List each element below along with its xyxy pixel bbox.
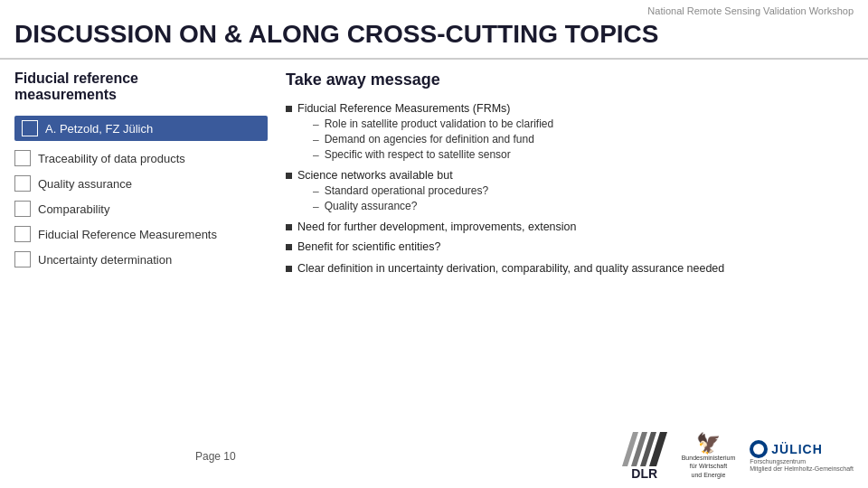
bullet-square-icon xyxy=(286,244,292,250)
sub-bullet-text: Demand on agencies for definition and fu… xyxy=(325,133,534,145)
section-title: Fiducial referencemeasurements xyxy=(14,70,268,103)
ministry-logo: 🦅 Bundesministerium für Wirtschaft und E… xyxy=(682,434,736,478)
nav-checkbox xyxy=(14,251,31,267)
juelich-subtitle1: Forschungszentrum xyxy=(750,458,806,465)
footer: Page 10 DLR 🦅 Bundesministerium für Wirt… xyxy=(0,432,868,481)
nav-label: Uncertainty determination xyxy=(38,253,172,267)
nav-checkbox xyxy=(14,150,31,166)
bullet-section-definition: Clear definition in uncertainty derivati… xyxy=(286,262,854,275)
ministry-text-line3: und Energie xyxy=(692,471,726,479)
nav-item-frm[interactable]: Fiducial Reference Measurements xyxy=(14,226,268,242)
nav-label: Traceability of data products xyxy=(38,152,185,165)
bullet-main: Science networks available but xyxy=(286,169,854,182)
sub-bullet-item: – Role in satellite product validation t… xyxy=(313,117,854,131)
bullet-square-icon xyxy=(286,106,292,112)
dlr-svg-icon xyxy=(622,432,667,466)
nav-item-uncertainty[interactable]: Uncertainty determination xyxy=(14,251,268,267)
bullet-section-frm: Fiducial Reference Measurements (FRMs) –… xyxy=(286,102,854,162)
bullet-text: Need for further development, improvemen… xyxy=(297,221,577,233)
bullet-main: Benefit for scientific entities? xyxy=(286,240,854,253)
bullet-main: Fiducial Reference Measurements (FRMs) xyxy=(286,102,854,115)
bullet-square-icon xyxy=(286,173,292,179)
nav-item-traceability[interactable]: Traceability of data products xyxy=(14,150,268,166)
juelich-inner-icon xyxy=(753,444,764,455)
sub-bullets: – Role in satellite product validation t… xyxy=(286,117,854,162)
sub-bullet-text: Standard operational procedures? xyxy=(325,184,488,197)
nav-checkbox xyxy=(14,226,31,242)
workshop-title: National Remote Sensing Validation Works… xyxy=(0,0,868,18)
bullet-text: Clear definition in uncertainty derivati… xyxy=(297,262,724,275)
bullet-section-benefit: Benefit for scientific entities? xyxy=(286,240,854,253)
bullet-section-science: Science networks available but – Standar… xyxy=(286,169,854,213)
nav-label: A. Petzold, FZ Jülich xyxy=(45,122,153,136)
nav-label: Fiducial Reference Measurements xyxy=(38,228,217,241)
dash-icon: – xyxy=(313,134,319,146)
juelich-top: JÜLICH xyxy=(750,440,823,458)
dash-icon: – xyxy=(313,185,319,198)
left-panel: Fiducial referencemeasurements A. Petzol… xyxy=(14,70,268,282)
eagle-icon: 🦅 xyxy=(696,434,721,454)
nav-label: Quality assurance xyxy=(38,177,132,191)
juelich-subtitle2: Mitglied der Helmholtz-Gemeinschaft xyxy=(750,465,854,473)
sub-bullet-text: Specific with respect to satellite senso… xyxy=(325,148,511,161)
page-title: DISCUSSION ON & ALONG CROSS-CUTTING TOPI… xyxy=(0,18,868,60)
nav-item-petzold[interactable]: A. Petzold, FZ Jülich xyxy=(14,116,268,141)
bullet-square-icon xyxy=(286,224,292,230)
dash-icon: – xyxy=(313,149,319,162)
sub-bullet-item: – Specific with respect to satellite sen… xyxy=(313,148,854,162)
sub-bullet-item: – Quality assurance? xyxy=(313,200,854,213)
bullet-text: Benefit for scientific entities? xyxy=(297,240,440,253)
ministry-text-line1: Bundesministerium xyxy=(682,454,736,462)
sub-bullet-text: Role in satellite product validation to … xyxy=(325,117,553,130)
nav-item-comparability[interactable]: Comparability xyxy=(14,201,268,217)
nav-label: Comparability xyxy=(38,202,109,216)
dlr-logo: DLR xyxy=(622,432,667,481)
juelich-name: JÜLICH xyxy=(771,442,823,456)
bullet-main: Need for further development, improvemen… xyxy=(286,221,854,233)
sub-bullets: – Standard operational procedures? – Qua… xyxy=(286,184,854,213)
bullet-section-development: Need for further development, improvemen… xyxy=(286,221,854,233)
right-panel: Take away message Fiducial Reference Mea… xyxy=(286,70,854,282)
juelich-logo: JÜLICH Forschungszentrum Mitglied der He… xyxy=(750,440,854,474)
nav-checkbox xyxy=(14,201,31,217)
bullet-text: Fiducial Reference Measurements (FRMs) xyxy=(297,102,511,115)
sub-bullet-item: – Standard operational procedures? xyxy=(313,184,854,198)
nav-checkbox xyxy=(14,175,31,192)
bullet-square-icon xyxy=(286,266,292,272)
logos-container: DLR 🦅 Bundesministerium für Wirtschaft u… xyxy=(622,432,854,481)
ministry-text-line2: für Wirtschaft xyxy=(690,462,727,470)
bullet-main: Clear definition in uncertainty derivati… xyxy=(286,262,854,275)
bullet-text: Science networks available but xyxy=(297,169,453,182)
nav-item-quality[interactable]: Quality assurance xyxy=(14,175,268,192)
dlr-text: DLR xyxy=(631,466,657,481)
page-number: Page 10 xyxy=(195,450,236,463)
sub-bullet-item: – Demand on agencies for definition and … xyxy=(313,133,854,146)
sub-bullet-text: Quality assurance? xyxy=(325,200,418,212)
takeaway-title: Take away message xyxy=(286,70,854,89)
nav-checkbox xyxy=(22,120,38,136)
dash-icon: – xyxy=(313,118,319,131)
juelich-circle-icon xyxy=(750,440,768,458)
dash-icon: – xyxy=(313,201,319,213)
